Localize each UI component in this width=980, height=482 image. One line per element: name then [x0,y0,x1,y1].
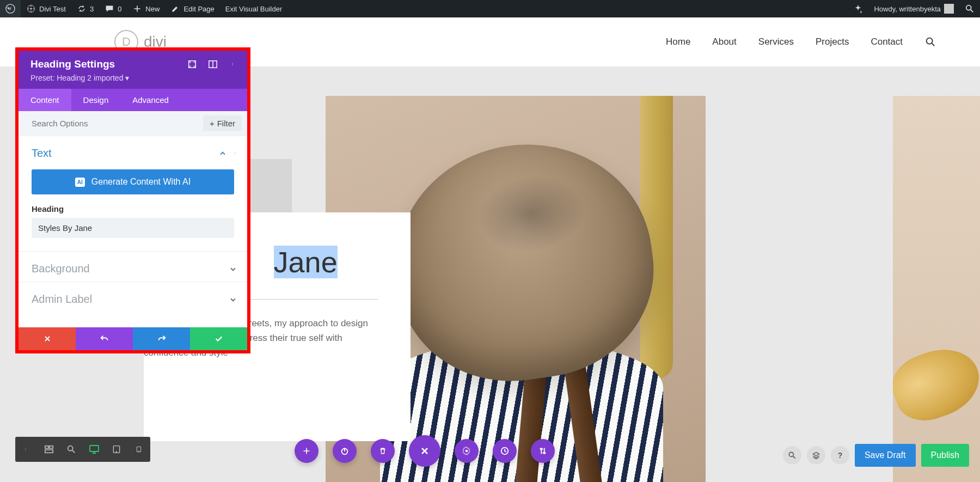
undo-button[interactable] [76,327,133,350]
panel-body: Text AI Generate Content With AI Heading… [19,136,247,327]
wp-admin-bar: Divi Test 3 0 New Edit Page [0,0,980,17]
ai-sparkle[interactable] [848,0,868,17]
pencil-icon [170,4,180,14]
svg-rect-20 [90,446,99,452]
panel-footer [19,327,247,350]
heading-label: Heading [19,204,247,218]
svg-point-26 [465,450,468,453]
preset-label: Preset: Heading 2 imported [30,74,123,82]
nav-search[interactable] [924,36,936,48]
section-text[interactable]: Text [19,136,247,166]
nav-about[interactable]: About [712,36,736,47]
svg-point-9 [232,65,232,65]
save-button[interactable] [190,327,247,350]
exit-vb-label: Exit Visual Builder [225,5,283,13]
heading-input[interactable] [32,218,234,238]
redo-button[interactable] [133,327,190,350]
tab-advanced[interactable]: Advanced [120,89,181,111]
hero-image-right [893,96,980,482]
panel-search-row: + Filter [19,111,247,136]
tab-design[interactable]: Design [71,89,121,111]
svg-point-10 [235,152,235,152]
nav-projects[interactable]: Projects [816,36,849,47]
filter-button[interactable]: + Filter [203,115,242,131]
svg-point-15 [25,450,26,450]
svg-point-12 [235,154,235,154]
more-icon[interactable] [235,149,237,158]
wireframe-button[interactable] [38,437,60,462]
svg-point-19 [68,446,73,451]
svg-rect-16 [45,446,48,449]
updates-link[interactable]: 3 [71,0,99,17]
nav-contact[interactable]: Contact [871,36,903,47]
gold-bracelet [893,338,980,429]
search-input[interactable] [19,111,203,136]
help-button[interactable]: ? [831,446,849,465]
add-button[interactable] [295,439,318,463]
admin-search[interactable] [959,0,980,17]
nav-home[interactable]: Home [666,36,690,47]
svg-point-7 [232,63,232,63]
nav-services[interactable]: Services [758,36,794,47]
find-button[interactable] [783,446,801,465]
layers-button[interactable] [807,446,825,465]
section-admin-label-title: Admin Label [32,293,92,306]
more-icon[interactable] [229,59,238,69]
snap-icon[interactable] [208,59,218,69]
more-options[interactable] [16,437,38,462]
expand-icon[interactable] [187,59,197,69]
phone-button[interactable] [128,437,150,462]
history-button[interactable] [493,439,517,463]
cancel-button[interactable] [19,327,76,350]
close-builder-button[interactable] [409,435,440,467]
tab-content[interactable]: Content [19,89,71,111]
updates-count: 3 [90,5,94,13]
generate-label: Generate Content With AI [91,177,191,187]
ai-badge-icon: AI [75,178,85,187]
trash-button[interactable] [371,439,395,463]
title-selected: Jane [274,246,338,278]
power-button[interactable] [333,439,357,463]
settings-button[interactable] [455,439,479,463]
search-icon [965,4,975,14]
sparkle-icon [853,4,863,14]
chevron-down-icon [229,295,237,304]
main-nav: Home About Services Projects Contact [666,36,936,48]
howdy-link[interactable]: Howdy, writtenbyekta [868,0,959,17]
svg-rect-17 [50,446,53,449]
svg-point-8 [232,64,232,64]
preset-selector[interactable]: Preset: Heading 2 imported ▾ [30,74,238,82]
filter-label: Filter [217,119,235,128]
dropdown-icon: ▾ [125,74,129,82]
section-text-title: Text [32,147,52,160]
exit-vb-link[interactable]: Exit Visual Builder [220,0,288,17]
new-link[interactable]: New [127,0,165,17]
save-draft-button[interactable]: Save Draft [855,444,916,467]
edit-page-link[interactable]: Edit Page [165,0,219,17]
svg-point-28 [789,452,793,456]
panel-header: Heading Settings Preset: Heading 2 impor… [19,51,247,89]
sort-button[interactable] [531,439,555,463]
dashboard-icon [26,4,36,14]
generate-ai-button[interactable]: AI Generate Content With AI [32,169,234,194]
publish-button[interactable]: Publish [921,444,969,467]
plus-icon: + [210,119,215,128]
svg-point-13 [25,448,26,448]
device-bar [15,437,150,462]
wp-logo[interactable] [0,0,21,17]
section-background[interactable]: Background [19,252,247,282]
site-name-link[interactable]: Divi Test [21,0,71,17]
desktop-button[interactable] [83,437,105,462]
zoom-button[interactable] [60,437,82,462]
chevron-up-icon [218,149,227,158]
chevron-down-icon [229,265,237,273]
svg-point-24 [139,451,139,452]
section-admin-label[interactable]: Admin Label [19,282,247,312]
comments-link[interactable]: 0 [99,0,127,17]
svg-rect-18 [45,450,53,453]
tablet-button[interactable] [106,437,127,462]
avatar [944,4,954,14]
svg-point-4 [927,38,933,44]
refresh-icon [77,4,87,14]
plus-icon [132,4,142,14]
